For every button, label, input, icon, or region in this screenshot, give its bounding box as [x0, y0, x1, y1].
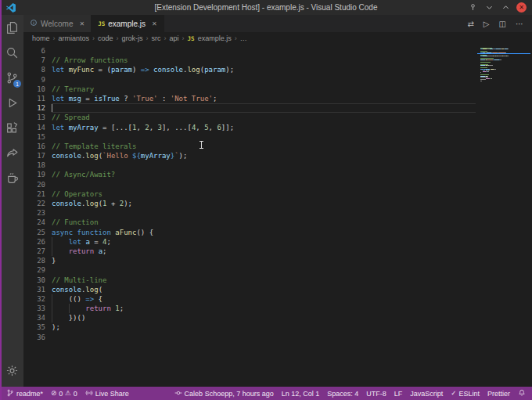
code-line[interactable]: 32 (() => {	[23, 294, 532, 304]
code-line[interactable]: 28}	[23, 256, 532, 265]
sidebar-live-share[interactable]	[0, 142, 23, 167]
minimap[interactable]	[476, 45, 532, 387]
editor[interactable]: 67// Arrow functions8let myFunc = (param…	[23, 45, 532, 387]
code-line[interactable]: 13// Spread	[23, 113, 532, 122]
breadcrumb-symbol-ellipsis[interactable]: …	[240, 34, 247, 42]
line-number[interactable]: 28	[23, 256, 52, 265]
line-number[interactable]: 36	[23, 333, 52, 342]
line-number[interactable]: 32	[23, 294, 52, 304]
line-number[interactable]: 11	[23, 94, 52, 103]
close-button[interactable]: ✕	[516, 2, 527, 13]
line-number[interactable]: 27	[23, 247, 52, 256]
code-line[interactable]: 33 return 1;	[23, 304, 532, 313]
blame-info[interactable]: Caleb Schoepp, 7 hours ago	[171, 389, 278, 398]
line-number[interactable]: 24	[23, 218, 52, 227]
line-number[interactable]: 10	[23, 85, 52, 94]
live-share-button[interactable]: Live Share	[81, 387, 133, 400]
line-number[interactable]: 33	[23, 304, 52, 313]
code-line[interactable]: 9	[23, 75, 532, 85]
branch-indicator[interactable]: readme*	[2, 387, 47, 400]
line-number[interactable]: 30	[23, 276, 52, 285]
code-line[interactable]: 15	[23, 132, 532, 142]
code-line[interactable]: 12	[23, 103, 532, 113]
tab-welcome[interactable]: Welcome ✕	[23, 15, 92, 32]
tab-example-js[interactable]: JS example.js ✕	[92, 15, 164, 32]
line-number[interactable]: 16	[23, 142, 52, 151]
line-number[interactable]: 7	[23, 56, 52, 65]
line-number[interactable]: 34	[23, 313, 52, 323]
code-line[interactable]: 19// Async/Await?	[23, 170, 532, 179]
line-number[interactable]: 19	[23, 170, 52, 179]
code-line[interactable]: 26 let a = 4;	[23, 237, 532, 247]
more-actions-icon[interactable]: ⋯	[516, 20, 523, 28]
sidebar-explorer[interactable]	[0, 16, 23, 41]
code-line[interactable]: 8let myFunc = (param) => console.log(par…	[23, 65, 532, 74]
code-line[interactable]: 18	[23, 160, 532, 170]
keep-above-button[interactable]	[467, 2, 478, 13]
line-number[interactable]: 23	[23, 208, 52, 218]
line-number[interactable]: 21	[23, 189, 52, 199]
line-number[interactable]: 18	[23, 160, 52, 170]
line-number[interactable]: 17	[23, 151, 52, 160]
code-line[interactable]: 25async function aFunc() {	[23, 228, 532, 237]
code-line[interactable]: 21// Operators	[23, 189, 532, 199]
line-number[interactable]: 13	[23, 113, 52, 122]
breadcrumb-item[interactable]: armiantos	[59, 34, 90, 42]
line-number[interactable]: 22	[23, 199, 52, 208]
code-line[interactable]: 7// Arrow functions	[23, 56, 532, 65]
line-number[interactable]: 12	[23, 103, 52, 113]
maximize-button[interactable]	[500, 2, 511, 13]
minimize-button[interactable]	[483, 2, 494, 13]
eol-indicator[interactable]: LF	[390, 390, 407, 398]
line-number[interactable]: 26	[23, 237, 52, 247]
indentation-indicator[interactable]: Spaces: 4	[323, 390, 362, 398]
code-line[interactable]: 31console.log(	[23, 285, 532, 294]
line-number[interactable]: 6	[23, 46, 52, 56]
code-line[interactable]: 6	[23, 46, 532, 56]
problems-indicator[interactable]: ⊘ 0 ⚠ 0	[47, 387, 81, 400]
sidebar-extensions[interactable]	[0, 117, 23, 142]
code-line[interactable]: 30// Multi-line	[23, 276, 532, 285]
code-line[interactable]: 20	[23, 180, 532, 189]
close-tab-icon[interactable]: ✕	[152, 20, 157, 27]
open-changes-icon[interactable]: ⇄	[467, 20, 473, 28]
line-number[interactable]: 35	[23, 323, 52, 332]
code-line[interactable]: 34 })()	[23, 313, 532, 323]
breadcrumb-item[interactable]: grok-js	[122, 34, 143, 42]
code-line[interactable]: 36	[23, 333, 532, 342]
code-line[interactable]: 29	[23, 265, 532, 275]
code-line[interactable]: 17console.log(`Hello ${myArray}`);	[23, 151, 532, 160]
line-number[interactable]: 29	[23, 265, 52, 275]
eslint-status[interactable]: ✓ ESLint	[447, 390, 483, 398]
language-mode-indicator[interactable]: JavaScript	[406, 390, 447, 398]
encoding-indicator[interactable]: UTF-8	[362, 390, 390, 398]
breadcrumb-item[interactable]: api	[170, 34, 179, 42]
prettier-status[interactable]: Prettier	[483, 390, 514, 398]
line-number[interactable]: 8	[23, 65, 52, 74]
manage-settings[interactable]	[0, 359, 23, 384]
code-line[interactable]: 14let myArray = [...[1, 2, 3], ...[4, 5,…	[23, 123, 532, 132]
sidebar-source-control[interactable]: 1	[0, 67, 23, 92]
notifications-bell[interactable]	[514, 389, 530, 398]
sidebar-search[interactable]	[0, 41, 23, 67]
split-editor-icon[interactable]: ◫	[499, 20, 506, 28]
breadcrumb-file[interactable]: example.js	[198, 34, 232, 42]
code-line[interactable]: 35);	[23, 323, 532, 332]
code-line[interactable]: 27 return a;	[23, 247, 532, 256]
code-line[interactable]: 10// Ternary	[23, 85, 532, 94]
breadcrumb-item[interactable]: src	[152, 34, 161, 42]
code-line[interactable]: 23	[23, 208, 532, 218]
code-line[interactable]: 11let msg = isTrue ? 'True' : 'Not True'…	[23, 94, 532, 103]
run-file-icon[interactable]: ▷	[483, 20, 490, 28]
sidebar-run-debug[interactable]	[0, 92, 23, 117]
line-number[interactable]: 25	[23, 228, 52, 237]
sidebar-coffee-extension[interactable]	[0, 167, 23, 192]
line-number[interactable]: 15	[23, 132, 52, 142]
line-number[interactable]: 20	[23, 180, 52, 189]
line-number[interactable]: 14	[23, 123, 52, 132]
breadcrumb-item[interactable]: home	[32, 34, 50, 42]
line-number[interactable]: 31	[23, 285, 52, 294]
close-tab-icon[interactable]: ✕	[80, 20, 85, 27]
code-line[interactable]: 16// Template literals	[23, 142, 532, 151]
line-number[interactable]: 9	[23, 75, 52, 85]
